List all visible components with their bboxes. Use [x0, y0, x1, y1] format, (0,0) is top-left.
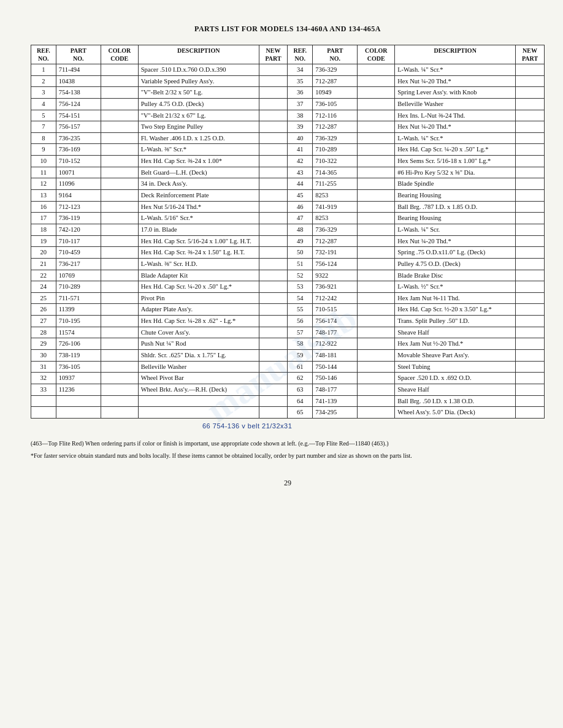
color-right [358, 270, 395, 281]
desc-left: L-Wash. ⅜" Scr. H.D. [138, 258, 259, 270]
desc-left: Adapter Plate Ass'y. [138, 304, 259, 316]
new-right [516, 87, 545, 99]
new-right [516, 350, 545, 362]
part-left: 754-138 [56, 87, 101, 99]
color-right [358, 235, 395, 247]
new-left [259, 87, 288, 99]
table-row: 20 710-459 Hex Hd. Cap Scr. ⅜-24 x 1.50"… [31, 247, 545, 259]
color-right [358, 121, 395, 133]
new-left [259, 224, 288, 235]
part-left: 736-235 [56, 132, 101, 144]
ref-right: 51 [288, 258, 313, 270]
color-right [358, 316, 395, 327]
new-right [516, 384, 545, 395]
part-right: 732-191 [313, 247, 358, 259]
desc-right: Hex Jam Nut ⅝-11 Thd. [395, 292, 516, 304]
part-right: 10949 [313, 87, 358, 99]
ref-left: 27 [31, 316, 56, 327]
table-row: 26 11399 Adapter Plate Ass'y. 55 710-515… [31, 304, 545, 316]
part-right: 710-515 [313, 304, 358, 316]
ref-left [31, 395, 56, 407]
color-right [358, 64, 395, 76]
part-left: 736-105 [56, 361, 101, 373]
table-row: 4 756-124 Pulley 4.75 O.D. (Deck) 37 736… [31, 98, 545, 110]
ref-left: 21 [31, 258, 56, 270]
new-right [516, 407, 545, 419]
desc-right: Ball Brg. .787 I.D. x 1.85 O.D. [395, 201, 516, 213]
table-row: 24 710-289 Hex Hd. Cap Scr. ¼-20 x .50" … [31, 281, 545, 293]
part-left: 710-117 [56, 235, 101, 247]
ref-left: 24 [31, 281, 56, 293]
desc-left: "V"-Belt 21/32 x 67" Lg. [138, 110, 259, 121]
header-ref-right: REF.NO. [288, 45, 313, 64]
ref-right: 42 [288, 156, 313, 167]
new-left [259, 384, 288, 395]
header-new-left: NEWPART [259, 45, 288, 64]
new-left [259, 258, 288, 270]
part-left: 712-123 [56, 201, 101, 213]
new-right [516, 178, 545, 190]
new-right [516, 110, 545, 121]
table-row: 18 742-120 17.0 in. Blade 48 736-329 L-W… [31, 224, 545, 235]
desc-right: Hex Hd. Cap Scr. ¼-20 x .50" Lg.* [395, 144, 516, 156]
table-row: 65 734-295 Wheel Ass'y. 5.0" Dia. (Deck) [31, 407, 545, 419]
desc-left: Two Step Engine Pulley [138, 121, 259, 133]
new-right [516, 270, 545, 281]
color-right [358, 247, 395, 259]
new-right [516, 395, 545, 407]
color-left [101, 178, 138, 190]
ref-right: 35 [288, 75, 313, 87]
footer-notes: (463—Top Flite Red) When ordering parts … [31, 439, 545, 460]
color-left [101, 270, 138, 281]
table-row: 9 736-169 L-Wash. ⅜" Scr.* 41 710-289 He… [31, 144, 545, 156]
new-left [259, 213, 288, 224]
color-left [101, 190, 138, 202]
part-right: 711-255 [313, 178, 358, 190]
ref-right: 39 [288, 121, 313, 133]
part-left: 756-157 [56, 121, 101, 133]
desc-left: L-Wash. ⅜" Scr.* [138, 144, 259, 156]
header-part-right: PARTNO. [313, 45, 358, 64]
service-note: *For faster service obtain standard nuts… [31, 452, 545, 460]
new-right [516, 338, 545, 350]
color-note: (463—Top Flite Red) When ordering parts … [31, 439, 545, 448]
handwritten-note: 66 754-136 v belt 21/32x31 [202, 422, 545, 430]
part-right: 736-921 [313, 281, 358, 293]
ref-right: 49 [288, 235, 313, 247]
ref-left: 11 [31, 167, 56, 178]
color-left [101, 167, 138, 178]
color-left [101, 144, 138, 156]
new-right [516, 327, 545, 338]
desc-right: Steel Tubing [395, 361, 516, 373]
ref-left: 4 [31, 98, 56, 110]
ref-right: 56 [288, 316, 313, 327]
new-left [259, 361, 288, 373]
new-right [516, 190, 545, 202]
ref-left: 32 [31, 373, 56, 384]
part-left: 11096 [56, 178, 101, 190]
page-number: 29 [31, 479, 545, 488]
ref-right: 57 [288, 327, 313, 338]
page-title: PARTS LIST FOR MODELS 134-460A AND 134-4… [31, 25, 545, 34]
color-right [358, 373, 395, 384]
header-color-left: COLORCODE [101, 45, 138, 64]
ref-left: 25 [31, 292, 56, 304]
ref-right: 45 [288, 190, 313, 202]
desc-right: Bearing Housing [395, 213, 516, 224]
desc-right: Sheave Half [395, 327, 516, 338]
part-right: 712-287 [313, 235, 358, 247]
header-color-right: COLORCODE [358, 45, 395, 64]
part-right: 736-105 [313, 98, 358, 110]
desc-right: L-Wash. ½" Scr.* [395, 281, 516, 293]
desc-right: Hex Hd. Cap Scr. ½-20 x 3.50" Lg.* [395, 304, 516, 316]
desc-left: Belt Guard—L.H. (Deck) [138, 167, 259, 178]
color-left [101, 316, 138, 327]
table-row: 7 756-157 Two Step Engine Pulley 39 712-… [31, 121, 545, 133]
ref-right: 41 [288, 144, 313, 156]
color-left [101, 224, 138, 235]
ref-left: 13 [31, 190, 56, 202]
desc-right: L-Wash. ¼" Scr.* [395, 132, 516, 144]
table-row: 31 736-105 Belleville Washer 61 750-144 … [31, 361, 545, 373]
ref-right: 38 [288, 110, 313, 121]
table-row: 22 10769 Blade Adapter Kit 52 9322 Blade… [31, 270, 545, 281]
